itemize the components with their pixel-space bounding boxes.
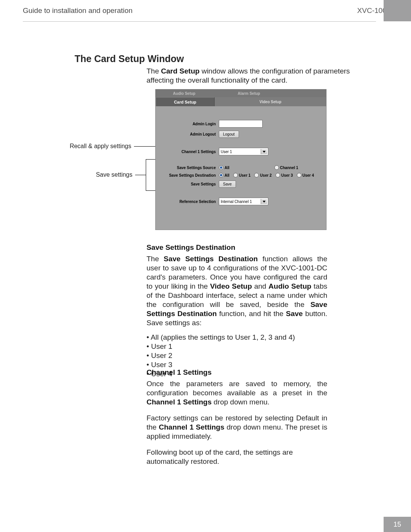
chevron-down-icon [263,201,266,203]
radio-dest-u3[interactable]: User 3 [276,173,293,177]
label-admin-login: Admin Login [162,122,219,126]
card-setup-panel: Audio Setup Alarm Setup Card Setup Video… [155,89,327,230]
page-number: 15 [384,517,411,532]
row-save-settings: Save Settings Save [162,181,319,188]
callout-recall: Recall & apply settings [49,143,131,150]
radio-dot-icon [233,173,238,177]
para-save-settings: The Save Settings Destination function a… [147,254,327,328]
tab-row-back: Audio Setup Alarm Setup [156,89,326,97]
intro-bold: Card Setup [161,67,199,75]
label-save-dest: Save Settings Destination [162,173,219,177]
header-rule [23,21,376,22]
radio-dest-u2[interactable]: User 2 [254,173,272,177]
label-reference: Reference Selection [162,200,219,204]
radio-dot-icon [276,173,280,177]
row-save-source: Save Settings Source All Channel 1 [162,165,319,170]
intro-prefix: The [147,67,161,75]
label-admin-logout: Admin Logout [162,132,219,136]
row-save-dest: Save Settings Destination All User 1 Use… [162,173,319,177]
ch1-settings-select[interactable]: User 1 [219,148,268,155]
reference-value: Internal Channel 1 [221,200,252,204]
admin-login-input[interactable] [219,120,263,128]
label-save-settings: Save Settings [162,182,219,186]
row-admin-logout: Admin Logout Logout [162,131,319,138]
callout-save-brace-bot [146,190,155,191]
radio-source-all[interactable]: All [219,165,229,170]
radio-dest-u4[interactable]: User 4 [297,173,314,177]
bullet-item: User 2 [147,351,327,360]
row-ch1-settings: Channel 1 Settings User 1 [162,148,319,155]
radio-source-ch1[interactable]: Channel 1 [274,165,298,170]
radio-dest-all-label: All [225,173,229,177]
radio-dest-u2-label: User 2 [260,173,272,177]
radio-dot-icon [297,173,301,177]
radio-dot-icon [219,173,223,177]
radio-dest-all[interactable]: All [219,173,229,177]
ch1-settings-value: User 1 [221,150,232,154]
panel-body: Admin Login Admin Logout Logout Channel … [156,106,326,230]
radio-dot-icon [219,165,223,170]
subhead-save-settings: Save Settings Destination [147,243,327,252]
reference-select[interactable]: Internal Channel 1 [219,198,268,205]
radio-dest-u1-label: User 1 [239,173,251,177]
header-left: Guide to installation and operation [23,6,132,15]
callout-save-line [135,175,146,175]
tab-row-front: Card Setup Video Setup [156,97,326,106]
section-save-settings: Save Settings Destination The Save Setti… [147,243,327,379]
tab-card-setup[interactable]: Card Setup [156,97,215,106]
bullet-item: User 1 [147,342,327,351]
chevron-down-icon [263,151,266,153]
row-admin-login: Admin Login [162,120,319,128]
para-ch1-1: Once the parameters are saved to memory,… [147,379,327,407]
tab-audio-setup[interactable]: Audio Setup [156,89,213,97]
save-button[interactable]: Save [219,181,236,188]
radio-dest-u4-label: User 4 [303,173,314,177]
radio-source-ch1-label: Channel 1 [280,166,298,170]
radio-dot-icon [274,165,279,170]
page-title: The Card Setup Window [75,53,184,64]
tab-alarm-setup[interactable]: Alarm Setup [220,89,277,97]
intro-paragraph: The Card Setup window allows the configu… [147,67,360,85]
subhead-ch1: Channel 1 Settings [147,368,327,377]
callout-save-brace-top [146,159,155,160]
radio-dest-u1[interactable]: User 1 [233,173,251,177]
callout-save-brace [146,159,146,190]
callout-recall-line [134,146,155,147]
label-save-source: Save Settings Source [162,166,219,170]
logout-button[interactable]: Logout [219,131,239,138]
bullet-item: All (applies the settings to User 1, 2, … [147,333,327,342]
radio-dest-u3-label: User 3 [281,173,293,177]
tab-video-setup[interactable]: Video Setup [215,97,326,106]
para-ch1-2: Factory settings can be restored by sele… [147,414,327,441]
radio-source-all-label: All [225,166,229,170]
callout-save: Save settings [68,171,132,178]
para-ch1-3: Following boot up of the card, the setti… [147,448,327,466]
label-ch1-settings: Channel 1 Settings [162,150,219,154]
radio-dot-icon [254,173,259,177]
section-ch1: Channel 1 Settings Once the parameters a… [147,368,327,466]
header-accent-block [384,0,411,21]
row-reference: Reference Selection Internal Channel 1 [162,198,319,205]
